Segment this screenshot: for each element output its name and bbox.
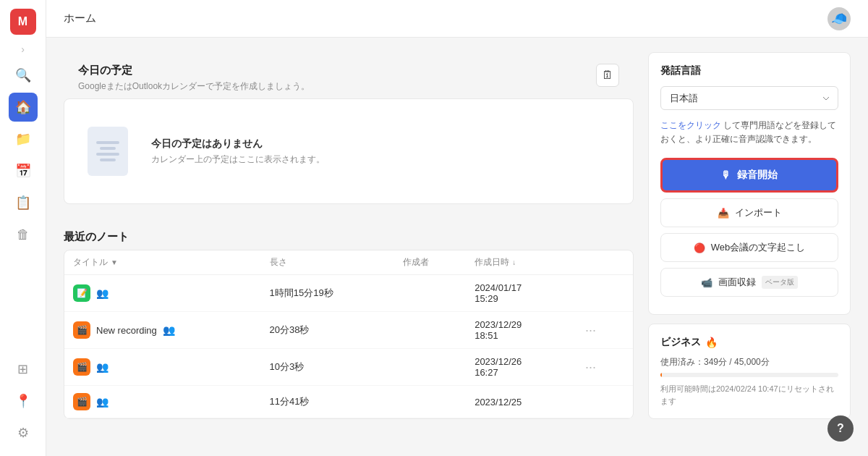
collapse-sidebar-icon[interactable]: › — [21, 43, 25, 55]
web-meeting-button[interactable]: 🔴 Web会議の文字起こし — [660, 233, 838, 262]
table-row[interactable]: 🎬 👥 11分41秒2023/12/25 — [64, 386, 633, 418]
schedule-header: 今日の予定 GoogleまたはOutlookカレンダーで予定を作成しましょう。 … — [64, 52, 634, 98]
note-length-cell: 20分38秒 — [261, 312, 395, 349]
sidebar-item-folder[interactable]: 📁 — [9, 124, 38, 153]
sidebar-bottom: ⊞ 📍 ⚙ — [9, 355, 38, 447]
empty-schedule-title: 今日の予定はありません — [151, 138, 325, 151]
note-title-cell: 🎬 New recording 👥 — [64, 312, 261, 349]
col-length: 長さ — [261, 250, 395, 275]
note-length-cell: 11分41秒 — [261, 386, 395, 418]
table-row[interactable]: 📝 👥 1時間15分19秒2024/01/17 15:29 — [64, 275, 633, 312]
note-more-cell — [572, 386, 633, 418]
schedule-subtitle: GoogleまたはOutlookカレンダーで予定を作成しましょう。 — [78, 80, 310, 93]
doc-page — [88, 127, 128, 176]
language-hint: ここをクリック して専門用語などを登録しておくと、より正確に音声認識できます。 — [660, 119, 838, 146]
help-button[interactable]: ? — [827, 415, 854, 442]
sidebar-item-trash[interactable]: 🗑 — [9, 220, 38, 249]
screen-record-btn-label: 画面収録 — [718, 276, 756, 289]
fire-icon: 🔥 — [705, 337, 718, 348]
note-creator-cell — [394, 349, 466, 386]
business-title-text: ビジネス — [660, 336, 701, 349]
empty-schedule-illustration — [79, 122, 137, 180]
sidebar-item-search[interactable]: 🔍 — [9, 61, 38, 90]
note-title-cell: 📝 👥 — [64, 275, 261, 312]
import-button[interactable]: 📥 インポート — [660, 198, 838, 227]
beta-badge: ベータ版 — [762, 276, 798, 289]
empty-schedule-subtitle: カレンダー上の予定はここに表示されます。 — [151, 153, 325, 166]
schedule-card: 今日の予定はありません カレンダー上の予定はここに表示されます。 — [64, 98, 634, 204]
screen-record-button[interactable]: 📹 画面収録 ベータ版 — [660, 268, 838, 297]
col-title[interactable]: タイトル ▼ — [64, 250, 261, 275]
business-card-title: ビジネス 🔥 — [660, 336, 838, 349]
note-icon: 🎬 — [73, 393, 90, 410]
header-user-avatar[interactable]: 🧢 — [827, 7, 851, 30]
note-date-cell: 2023/12/26 16:27 — [466, 349, 572, 386]
note-more-cell: ··· — [572, 312, 633, 349]
table-row[interactable]: 🎬 👥 10分3秒2023/12/26 16:27··· — [64, 349, 633, 386]
schedule-section: 今日の予定 GoogleまたはOutlookカレンダーで予定を作成しましょう。 … — [64, 52, 634, 204]
table-row[interactable]: 🎬 New recording 👥 20分38秒2023/12/29 18:51… — [64, 312, 633, 349]
sidebar-item-panel[interactable]: ⊞ — [9, 355, 38, 384]
col-creator: 作成者 — [394, 250, 466, 275]
import-btn-label: インポート — [735, 206, 782, 219]
doc-line-2 — [100, 147, 116, 150]
user-avatar[interactable]: M — [10, 9, 36, 35]
notes-header: 最近のノート — [64, 219, 634, 250]
note-more-cell: ··· — [572, 349, 633, 386]
language-select[interactable]: 日本語 English 中文 — [660, 86, 838, 110]
notes-table-head: タイトル ▼ 長さ 作成者 作成日時 ↓ — [64, 250, 633, 275]
schedule-title: 今日の予定 — [78, 64, 310, 77]
page-title: ホーム — [64, 12, 96, 25]
notes-title: 最近のノート — [64, 230, 634, 244]
sidebar-item-settings[interactable]: ⚙ — [9, 418, 38, 447]
note-icon: 📝 — [73, 284, 90, 302]
usage-text: 使用済み：349分 / 45,000分 — [660, 356, 838, 368]
doc-line-1 — [96, 141, 119, 144]
doc-line-3 — [96, 153, 119, 156]
language-card-title: 発話言語 — [660, 64, 838, 77]
more-options-button[interactable]: ··· — [581, 358, 600, 376]
note-name[interactable]: New recording — [96, 325, 157, 336]
calendar-button[interactable]: 🗓 — [596, 64, 619, 87]
note-title-cell: 🎬 👥 — [64, 386, 261, 418]
note-date-cell: 2024/01/17 15:29 — [466, 275, 572, 312]
right-panel: 発話言語 日本語 English 中文 ここをクリック して専門用語などを登録し… — [648, 52, 851, 442]
doc-line-4 — [100, 159, 116, 161]
main-content: ホーム 🧢 今日の予定 GoogleまたはOutlookカレンダーで予定を作成し… — [46, 0, 868, 456]
empty-schedule-text: 今日の予定はありません カレンダー上の予定はここに表示されます。 — [151, 138, 325, 166]
empty-schedule: 今日の予定はありません カレンダー上の予定はここに表示されます。 — [64, 99, 633, 203]
web-meeting-btn-label: Web会議の文字起こし — [711, 241, 806, 254]
notes-table-body: 📝 👥 1時間15分19秒2024/01/17 15:29 🎬 New reco… — [64, 275, 633, 418]
more-options-button[interactable]: ··· — [581, 321, 600, 339]
lang-hint-link[interactable]: ここをクリック — [660, 120, 721, 130]
sidebar-item-calendar[interactable]: 📅 — [9, 156, 38, 185]
header: ホーム 🧢 — [46, 0, 868, 38]
progress-fill — [660, 373, 662, 377]
left-panel: 今日の予定 GoogleまたはOutlookカレンダーで予定を作成しましょう。 … — [64, 52, 634, 442]
note-icon: 🎬 — [73, 358, 90, 376]
help-label: ? — [837, 422, 844, 435]
record-button[interactable]: 🎙 録音開始 — [660, 158, 838, 193]
note-icon: 🎬 — [73, 321, 90, 339]
sort-down-icon: ↓ — [512, 258, 516, 266]
sidebar-item-location[interactable]: 📍 — [9, 387, 38, 415]
mic-icon: 🎙 — [721, 169, 731, 181]
note-creator-cell — [394, 275, 466, 312]
content-area: 今日の予定 GoogleまたはOutlookカレンダーで予定を作成しましょう。 … — [46, 38, 868, 456]
note-date-cell: 2023/12/29 18:51 — [466, 312, 572, 349]
business-card: ビジネス 🔥 使用済み：349分 / 45,000分 利用可能時間は2024/0… — [648, 324, 851, 419]
people-icon: 👥 — [96, 287, 109, 299]
people-icon: 👥 — [96, 361, 109, 373]
notes-section: 最近のノート タイトル ▼ 長 — [64, 219, 634, 419]
web-meeting-icon: 🔴 — [694, 242, 705, 253]
progress-bar — [660, 373, 838, 377]
sidebar-item-list[interactable]: 📋 — [9, 188, 38, 217]
note-creator-cell — [394, 386, 466, 418]
note-date-cell: 2023/12/25 — [466, 386, 572, 418]
sidebar-item-home[interactable]: 🏠 — [9, 93, 38, 122]
language-card: 発話言語 日本語 English 中文 ここをクリック して専門用語などを登録し… — [648, 52, 851, 315]
people-icon: 👥 — [96, 396, 109, 408]
sidebar: M › 🔍 🏠 📁 📅 📋 🗑 ⊞ 📍 ⚙ — [0, 0, 46, 456]
notes-table: タイトル ▼ 長さ 作成者 作成日時 ↓ — [64, 250, 633, 418]
col-created-at[interactable]: 作成日時 ↓ — [466, 250, 572, 275]
